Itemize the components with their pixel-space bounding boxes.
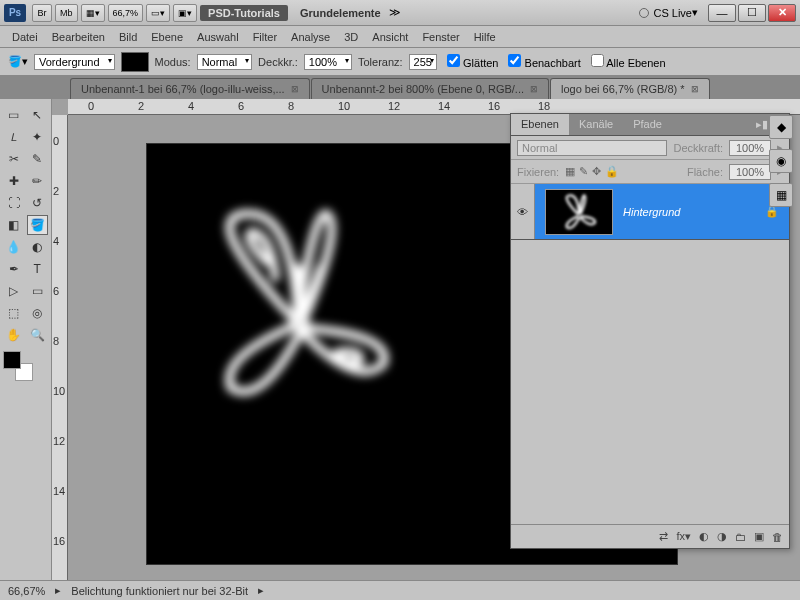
menu-analyse[interactable]: Analyse xyxy=(291,31,330,43)
arrange-button[interactable]: ▭▾ xyxy=(146,4,170,22)
tab-ebenen[interactable]: Ebenen xyxy=(511,114,569,135)
blur-tool[interactable]: 💧 xyxy=(3,237,25,257)
lasso-tool[interactable]: 𝘓 xyxy=(3,127,25,147)
lock-transparency-icon[interactable]: ▦ xyxy=(565,165,575,178)
bucket-tool[interactable]: 🪣 xyxy=(27,215,49,235)
color-panel-icon[interactable]: ◆ xyxy=(769,115,793,139)
menubar: Datei Bearbeiten Bild Ebene Auswahl Filt… xyxy=(0,26,800,48)
fx-icon[interactable]: fx▾ xyxy=(676,530,691,543)
stamp-tool[interactable]: ⛶ xyxy=(3,193,25,213)
menu-hilfe[interactable]: Hilfe xyxy=(474,31,496,43)
menu-auswahl[interactable]: Auswahl xyxy=(197,31,239,43)
styles-panel-icon[interactable]: ▦ xyxy=(769,183,793,207)
pattern-swatch[interactable] xyxy=(121,52,149,72)
brush-tool[interactable]: ✏ xyxy=(27,171,49,191)
doc-tab-2[interactable]: Unbenannt-2 bei 800% (Ebene 0, RGB/...⊠ xyxy=(311,78,549,99)
screen-mode-button[interactable]: ▣▾ xyxy=(173,4,197,22)
canvas-area: 024681012141618 0246810121416 xyxy=(52,99,800,580)
new-layer-icon[interactable]: ▣ xyxy=(754,530,764,543)
opacity-label: Deckkr.: xyxy=(258,56,298,68)
wand-tool[interactable]: ✦ xyxy=(27,127,49,147)
layers-panel-footer: ⇄ fx▾ ◐ ◑ 🗀 ▣ 🗑 xyxy=(511,524,789,548)
fill-source[interactable]: Vordergrund xyxy=(34,54,115,70)
link-icon[interactable]: ⇄ xyxy=(659,530,668,543)
folder-icon[interactable]: 🗀 xyxy=(735,531,746,543)
hand-tool[interactable]: ✋ xyxy=(3,325,25,345)
status-arrow-icon[interactable]: ▸ xyxy=(55,584,61,597)
eraser-tool[interactable]: ◧ xyxy=(3,215,25,235)
layer-thumbnail[interactable] xyxy=(545,189,613,235)
swatches-panel-icon[interactable]: ◉ xyxy=(769,149,793,173)
pen-tool[interactable]: ✒ xyxy=(3,259,25,279)
crop-tool[interactable]: ✂ xyxy=(3,149,25,169)
heal-tool[interactable]: ✚ xyxy=(3,171,25,191)
tolerance-value[interactable]: 255 xyxy=(409,54,437,70)
workspace-pill[interactable]: PSD-Tutorials xyxy=(200,5,288,21)
doc-tab-1[interactable]: Unbenannt-1 bei 66,7% (logo-illu-weiss,.… xyxy=(70,78,310,99)
opacity-value[interactable]: 100% xyxy=(304,54,352,70)
antialias-check[interactable]: Glätten xyxy=(443,54,499,69)
path-select-tool[interactable]: ▷ xyxy=(3,281,25,301)
layer-name[interactable]: Hintergrund xyxy=(623,206,765,218)
menu-ebene[interactable]: Ebene xyxy=(151,31,183,43)
menu-fenster[interactable]: Fenster xyxy=(422,31,459,43)
layer-fill[interactable]: 100% xyxy=(729,164,771,180)
status-arrow-icon[interactable]: ▸ xyxy=(258,584,264,597)
eyedropper-tool[interactable]: ✎ xyxy=(27,149,49,169)
marquee-tool[interactable]: ↖ xyxy=(27,105,49,125)
minibridge-button[interactable]: Mb xyxy=(55,4,78,22)
adjustment-icon[interactable]: ◑ xyxy=(717,530,727,543)
lock-paint-icon[interactable]: ✎ xyxy=(579,165,588,178)
status-zoom[interactable]: 66,67% xyxy=(8,585,45,597)
menu-ansicht[interactable]: Ansicht xyxy=(372,31,408,43)
layers-list: 👁 Hintergrund 🔒 xyxy=(511,184,789,524)
ruler-vertical[interactable]: 0246810121416 xyxy=(52,115,68,580)
doc-tab-3[interactable]: logo bei 66,7% (RGB/8) *⊠ xyxy=(550,78,710,99)
all-layers-check[interactable]: Alle Ebenen xyxy=(587,54,666,69)
menu-bearbeiten[interactable]: Bearbeiten xyxy=(52,31,105,43)
mask-icon[interactable]: ◐ xyxy=(699,530,709,543)
close-button[interactable]: ✕ xyxy=(768,4,796,22)
dodge-tool[interactable]: ◐ xyxy=(27,237,49,257)
layer-row[interactable]: 👁 Hintergrund 🔒 xyxy=(511,184,789,240)
type-tool[interactable]: T xyxy=(27,259,49,279)
camera-tool[interactable]: ◎ xyxy=(27,303,49,323)
zoom-tool[interactable]: 🔍 xyxy=(27,325,49,345)
3d-tool[interactable]: ⬚ xyxy=(3,303,25,323)
color-swatches[interactable] xyxy=(3,351,33,381)
maximize-button[interactable]: ☐ xyxy=(738,4,766,22)
layer-blend-mode[interactable]: Normal xyxy=(517,140,667,156)
shape-tool[interactable]: ▭ xyxy=(27,281,49,301)
close-icon[interactable]: ⊠ xyxy=(530,84,538,94)
cslive-button[interactable]: CS Live ▾ xyxy=(639,6,698,19)
menu-3d[interactable]: 3D xyxy=(344,31,358,43)
delete-icon[interactable]: 🗑 xyxy=(772,531,783,543)
contiguous-check[interactable]: Benachbart xyxy=(504,54,580,69)
minimize-button[interactable]: — xyxy=(708,4,736,22)
zoom-level[interactable]: 66,7% xyxy=(108,4,144,22)
bridge-button[interactable]: Br xyxy=(32,4,52,22)
more-icon[interactable]: ≫ xyxy=(389,6,401,19)
view-extras-button[interactable]: ▦▾ xyxy=(81,4,105,22)
blend-mode[interactable]: Normal xyxy=(197,54,252,70)
history-brush-tool[interactable]: ↺ xyxy=(27,193,49,213)
titlebar: Ps Br Mb ▦▾ 66,7% ▭▾ ▣▾ PSD-Tutorials Gr… xyxy=(0,0,800,26)
menu-datei[interactable]: Datei xyxy=(12,31,38,43)
workarea: ▭↖ 𝘓✦ ✂✎ ✚✏ ⛶↺ ◧🪣 💧◐ ✒T ▷▭ ⬚◎ ✋🔍 0246810… xyxy=(0,99,800,580)
move-tool[interactable]: ▭ xyxy=(3,105,25,125)
lock-all-icon[interactable]: 🔒 xyxy=(605,165,619,178)
menu-bild[interactable]: Bild xyxy=(119,31,137,43)
close-icon[interactable]: ⊠ xyxy=(291,84,299,94)
close-icon[interactable]: ⊠ xyxy=(691,84,699,94)
app-logo: Ps xyxy=(4,4,26,22)
visibility-icon[interactable]: 👁 xyxy=(511,184,535,239)
tab-pfade[interactable]: Pfade xyxy=(623,114,672,135)
statusbar: 66,67% ▸ Belichtung funktioniert nur bei… xyxy=(0,580,800,600)
workspace-name[interactable]: Grundelemente xyxy=(300,7,381,19)
bucket-icon[interactable]: 🪣▾ xyxy=(8,55,28,68)
layer-opacity[interactable]: 100% xyxy=(729,140,771,156)
tab-kanaele[interactable]: Kanäle xyxy=(569,114,623,135)
layers-panel[interactable]: Ebenen Kanäle Pfade ▸▮ ▾≡ Normal Deckkra… xyxy=(510,113,790,549)
menu-filter[interactable]: Filter xyxy=(253,31,277,43)
lock-position-icon[interactable]: ✥ xyxy=(592,165,601,178)
